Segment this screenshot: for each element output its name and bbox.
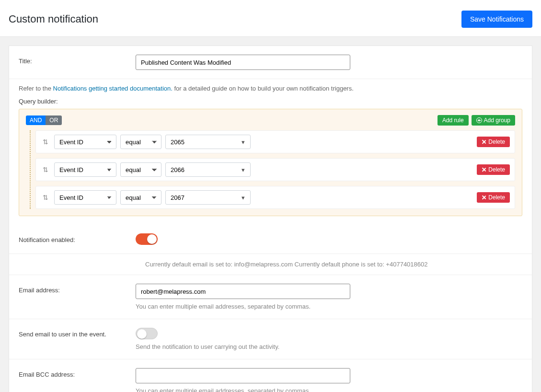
send-user-help: Send the notification to user carrying o… (136, 343, 522, 350)
close-icon (482, 195, 486, 200)
delete-rule-button[interactable]: Delete (477, 164, 510, 175)
bcc-input[interactable] (136, 368, 350, 383)
rule-value-input[interactable] (165, 162, 251, 177)
rule-field-select[interactable]: Event ID (54, 162, 116, 177)
plus-icon (476, 117, 482, 123)
add-group-button[interactable]: Add group (472, 115, 515, 126)
title-input[interactable] (136, 55, 350, 70)
close-icon (482, 139, 486, 144)
send-user-toggle[interactable] (136, 328, 158, 339)
email-row: Email address: You can enter multiple em… (9, 275, 532, 319)
rule-operator-select[interactable]: equal (120, 190, 161, 205)
rule-field-select[interactable]: Event ID (54, 190, 116, 205)
query-builder-label: Query builder: (19, 98, 522, 105)
send-user-label: Send email to user in the event. (19, 328, 136, 338)
bcc-help: You can enter multiple email addresses, … (136, 387, 522, 392)
rule-operator-select[interactable]: equal (120, 162, 161, 177)
or-option[interactable]: OR (46, 115, 62, 125)
drag-handle-icon[interactable]: ⇅ (41, 138, 50, 146)
enabled-toggle[interactable] (136, 233, 158, 245)
save-notifications-button[interactable]: Save Notifications (461, 11, 532, 28)
delete-rule-button[interactable]: Delete (477, 192, 510, 203)
query-builder: AND OR Add rule Add group ⇅Event IDequal… (19, 109, 522, 216)
drag-handle-icon[interactable]: ⇅ (41, 194, 50, 201)
add-rule-button[interactable]: Add rule (437, 115, 469, 126)
rule-value-input[interactable] (165, 135, 251, 149)
rule-operator-select[interactable]: equal (120, 135, 161, 149)
title-label: Title: (19, 55, 136, 65)
enabled-label: Notification enabled: (19, 233, 136, 243)
refer-prefix: Refer to the (19, 85, 53, 92)
enabled-row: Notification enabled: (9, 225, 532, 254)
rule-row: ⇅Event IDequal▾Delete (35, 158, 515, 181)
email-label: Email address: (19, 284, 136, 294)
title-row: Title: (9, 46, 532, 79)
send-user-row: Send email to user in the event. Send th… (9, 319, 532, 359)
rule-value-input[interactable] (165, 190, 251, 205)
rule-row: ⇅Event IDequal▾Delete (35, 186, 515, 209)
close-icon (482, 167, 486, 172)
docs-link[interactable]: Notifications getting started documentat… (53, 85, 173, 92)
email-input[interactable] (136, 284, 350, 299)
drag-handle-icon[interactable]: ⇅ (41, 166, 50, 173)
bcc-label: Email BCC address: (19, 368, 136, 378)
refer-line: Refer to the Notifications getting start… (19, 79, 522, 98)
page-title: Custom notification (9, 13, 98, 25)
email-help: You can enter multiple email addresses, … (136, 303, 522, 310)
page-header: Custom notification Save Notifications (0, 0, 541, 37)
and-option[interactable]: AND (26, 115, 46, 125)
rule-row: ⇅Event IDequal▾Delete (35, 130, 515, 153)
and-or-switch[interactable]: AND OR (26, 115, 62, 125)
rule-field-select[interactable]: Event ID (54, 135, 116, 149)
refer-suffix: for a detailed guide on how to build you… (173, 85, 354, 92)
bcc-row: Email BCC address: You can enter multipl… (9, 359, 532, 392)
delete-rule-button[interactable]: Delete (477, 137, 510, 147)
defaults-info: Currently default email is set to: info@… (9, 254, 532, 275)
